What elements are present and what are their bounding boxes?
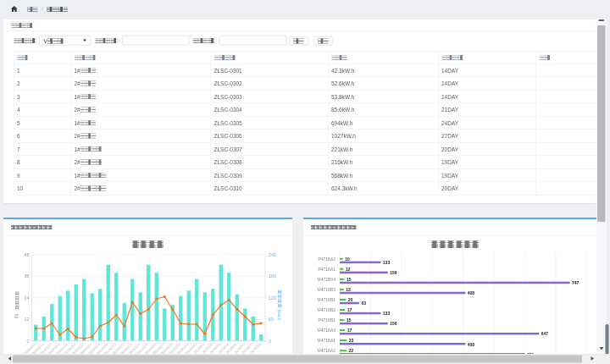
svg-text:M4718A3: M4718A3: [318, 328, 336, 333]
svg-text:12: 12: [24, 317, 29, 322]
svg-text:156: 156: [390, 321, 397, 326]
svg-text:408: 408: [468, 290, 475, 295]
svg-text:P4718A1: P4718A1: [318, 267, 336, 272]
svg-text:12: 12: [346, 267, 351, 272]
svg-text:24: 24: [24, 295, 29, 301]
svg-text:63: 63: [361, 301, 366, 306]
svg-text:M4718B1: M4718B1: [318, 297, 336, 302]
svg-text:M4718A1: M4718A1: [318, 338, 336, 343]
svg-text:156: 156: [390, 270, 397, 275]
svg-text:M4718B3: M4718B3: [318, 287, 336, 292]
svg-text:180: 180: [269, 273, 276, 279]
svg-text:747: 747: [572, 280, 580, 285]
svg-text:P4718A2: P4718A2: [318, 256, 336, 262]
svg-text:M472B04: M472B04: [318, 277, 336, 282]
svg-text:408: 408: [468, 342, 475, 347]
svg-text:P4718B1: P4718B1: [318, 317, 336, 323]
svg-text:17: 17: [347, 328, 352, 333]
svg-text:M4718A2: M4718A2: [318, 348, 336, 353]
svg-text:15: 15: [347, 277, 352, 282]
svg-text:20: 20: [348, 297, 353, 302]
svg-text:10: 10: [345, 256, 350, 262]
svg-text:60: 60: [269, 317, 274, 322]
svg-text:(h): (h): [14, 313, 19, 318]
svg-text:0: 0: [269, 339, 271, 344]
svg-text:240: 240: [269, 252, 276, 257]
svg-text:(r/min): (r/min): [277, 309, 281, 320]
svg-text:22: 22: [349, 348, 354, 353]
svg-text:48: 48: [24, 252, 29, 257]
svg-text:647: 647: [541, 331, 549, 336]
svg-text:120: 120: [269, 295, 276, 301]
svg-text:15: 15: [347, 317, 352, 323]
svg-text:M4718B2: M4718B2: [318, 307, 336, 312]
svg-text:133: 133: [383, 311, 391, 316]
svg-text:0: 0: [26, 339, 29, 344]
svg-text:13: 13: [346, 287, 351, 292]
svg-text:23: 23: [349, 338, 354, 343]
svg-text:36: 36: [24, 273, 29, 279]
svg-text:17: 17: [347, 307, 352, 312]
svg-text:133: 133: [383, 260, 391, 265]
